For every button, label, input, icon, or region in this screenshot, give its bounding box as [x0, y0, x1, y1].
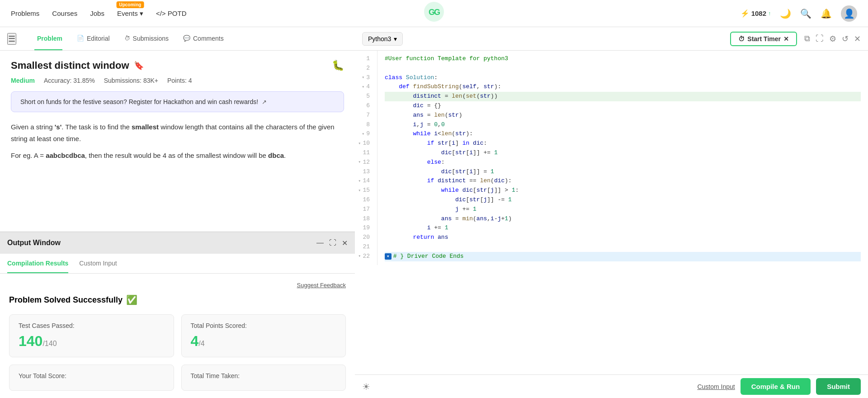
line-num-7: 7	[355, 111, 373, 120]
accuracy-text: Accuracy: 31.85%	[44, 77, 95, 84]
fold-arrow-12[interactable]: ▾	[358, 159, 361, 166]
nav-right: ⚡ 1082 ↑ 🌙 🔍 🔔 👤	[741, 5, 857, 22]
compile-run-button[interactable]: Compile & Run	[741, 378, 811, 395]
hackathon-banner[interactable]: Short on funds for the festive season? R…	[11, 91, 344, 112]
moon-icon[interactable]: 🌙	[780, 8, 791, 19]
upcoming-badge: Upcoming	[116, 1, 144, 8]
reset-button[interactable]: ↺	[842, 34, 849, 44]
line-num-1: 1	[355, 54, 373, 64]
nav-courses[interactable]: Courses	[52, 9, 77, 17]
minimize-button[interactable]: —	[316, 239, 324, 247]
output-tab-custom[interactable]: Custom Input	[79, 254, 117, 273]
output-header: Output Window — ⛶ ✕	[0, 232, 355, 254]
output-body: Suggest Feedback Problem Solved Successf…	[0, 274, 355, 398]
editorial-tab-icon: 📄	[77, 35, 84, 42]
code-line-9: while i<len(str):	[385, 129, 861, 139]
line-num-17: 17	[355, 205, 373, 214]
fold-arrow-3[interactable]: ▾	[362, 74, 364, 81]
nav-events[interactable]: Events ▾	[117, 9, 143, 18]
line-num-6: 6	[355, 101, 373, 111]
custom-input-link[interactable]: Custom Input	[697, 383, 735, 390]
points-card: Total Points Scored: 4/4	[181, 314, 346, 357]
code-line-20: return ans	[385, 233, 861, 242]
points-label: Total Points Scored:	[191, 322, 337, 329]
tab-problem[interactable]: Problem	[34, 28, 62, 50]
close-output-button[interactable]: ✕	[342, 239, 348, 247]
output-window: Output Window — ⛶ ✕ Compilation Results …	[0, 232, 355, 398]
code-editor: 1 2 ▾3 ▾4 5 6 7 8 ▾9 ▾10 11 ▾12 13 ▾14 ▾…	[355, 51, 868, 265]
code-line-3: class Solution:	[385, 73, 861, 83]
bell-icon[interactable]: 🔔	[821, 8, 832, 19]
tab-submissions[interactable]: ⏱ Submissions	[124, 28, 169, 50]
code-line-10: if str[i] in dic:	[385, 139, 861, 148]
code-editor-area[interactable]: 1 2 ▾3 ▾4 5 6 7 8 ▾9 ▾10 11 ▾12 13 ▾14 ▾…	[355, 51, 868, 374]
output-controls: — ⛶ ✕	[316, 239, 348, 247]
fold-arrow-4[interactable]: ▾	[362, 84, 364, 91]
right-panel: Python3 ▾ ⏱ Start Timer ✕ ⧉ ⛶ ⚙ ↺ ✕	[355, 27, 868, 398]
test-cases-card: Test Cases Passed: 140/140	[9, 314, 174, 357]
user-avatar[interactable]: 👤	[841, 5, 857, 22]
bug-icon[interactable]: 🐛	[332, 60, 344, 71]
stats-grid: Test Cases Passed: 140/140 Total Points …	[9, 314, 346, 391]
settings-button[interactable]: ⚙	[829, 34, 836, 44]
time-card: Total Time Taken:	[181, 365, 346, 391]
line-num-13: 13	[355, 167, 373, 177]
left-panel: ☰ Problem 📄 Editorial ⏱ Submissions 💬 Co…	[0, 27, 355, 398]
code-lines: #User function Template for python3 clas…	[377, 51, 868, 265]
tab-editorial[interactable]: 📄 Editorial	[77, 28, 110, 50]
theme-toggle-button[interactable]: ☀	[362, 381, 370, 392]
fold-arrow-9[interactable]: ▾	[362, 131, 364, 138]
output-tab-compilation[interactable]: Compilation Results	[7, 254, 68, 273]
karma-value: 1082	[751, 9, 766, 17]
external-link-icon: ↗	[262, 99, 267, 105]
maximize-button[interactable]: ⛶	[329, 239, 336, 247]
fold-arrow-14[interactable]: ▾	[358, 178, 361, 185]
main-layout: ☰ Problem 📄 Editorial ⏱ Submissions 💬 Co…	[0, 27, 868, 398]
submissions-tab-icon: ⏱	[124, 35, 130, 42]
timer-close-icon: ✕	[783, 35, 789, 43]
nav-events-wrapper: Upcoming Events ▾	[117, 9, 143, 18]
code-line-18: ans = min(ans,i-j+1)	[385, 214, 861, 224]
karma-display: ⚡ 1082 ↑	[741, 9, 771, 18]
submit-button[interactable]: Submit	[816, 378, 861, 395]
bookmark-icon[interactable]: 🔖	[134, 61, 144, 71]
nav-problems[interactable]: Problems	[11, 9, 39, 17]
lightning-icon: ⚡	[741, 9, 750, 18]
hamburger-button[interactable]: ☰	[7, 33, 16, 45]
meta-row: Medium Accuracy: 31.85% Submissions: 83K…	[11, 77, 344, 84]
code-line-22: ▾# } Driver Code Ends	[385, 252, 861, 261]
score-card: Your Total Score:	[9, 365, 174, 391]
nav-jobs[interactable]: Jobs	[90, 9, 104, 17]
tab-comments[interactable]: 💬 Comments	[183, 28, 224, 50]
svg-text:GG: GG	[429, 8, 440, 17]
suggest-feedback-link[interactable]: Suggest Feedback	[297, 282, 346, 289]
close-editor-button[interactable]: ✕	[854, 34, 861, 44]
nav-potd[interactable]: </> POTD	[156, 9, 187, 17]
problem-title: Smallest distinct window	[11, 60, 129, 71]
language-selector[interactable]: Python3 ▾	[362, 32, 403, 46]
problem-description: Given a string 's'. The task is to find …	[11, 121, 344, 144]
comments-tab-icon: 💬	[183, 35, 190, 42]
code-line-19: i += 1	[385, 223, 861, 233]
expand-button[interactable]: ⛶	[816, 34, 824, 44]
start-timer-button[interactable]: ⏱ Start Timer ✕	[730, 32, 797, 46]
search-icon[interactable]: 🔍	[800, 8, 811, 19]
copy-button[interactable]: ⧉	[804, 34, 810, 44]
output-tabs: Compilation Results Custom Input	[0, 254, 355, 274]
editor-actions: ⧉ ⛶ ⚙ ↺ ✕	[804, 34, 861, 44]
submissions-text: Submissions: 83K+	[104, 77, 158, 84]
editor-toolbar: Python3 ▾ ⏱ Start Timer ✕ ⧉ ⛶ ⚙ ↺ ✕	[355, 27, 868, 51]
score-label: Your Total Score:	[19, 372, 165, 379]
chevron-down-icon: ▾	[394, 35, 397, 43]
line-num-20: 20	[355, 233, 373, 242]
fold-arrow-10[interactable]: ▾	[358, 140, 361, 147]
code-line-5: distinct = len(set(str))	[385, 92, 861, 101]
fold-arrow-22[interactable]: ▾	[358, 253, 361, 260]
code-line-14: if distinct == len(dic):	[385, 176, 861, 186]
banner-text: Short on funds for the festive season? R…	[20, 98, 258, 105]
karma-arrow-icon: ↑	[768, 10, 771, 17]
code-line-21	[385, 242, 861, 252]
fold-arrow-15[interactable]: ▾	[358, 187, 361, 194]
line-num-5: 5	[355, 92, 373, 101]
line-numbers: 1 2 ▾3 ▾4 5 6 7 8 ▾9 ▾10 11 ▾12 13 ▾14 ▾…	[355, 51, 377, 265]
